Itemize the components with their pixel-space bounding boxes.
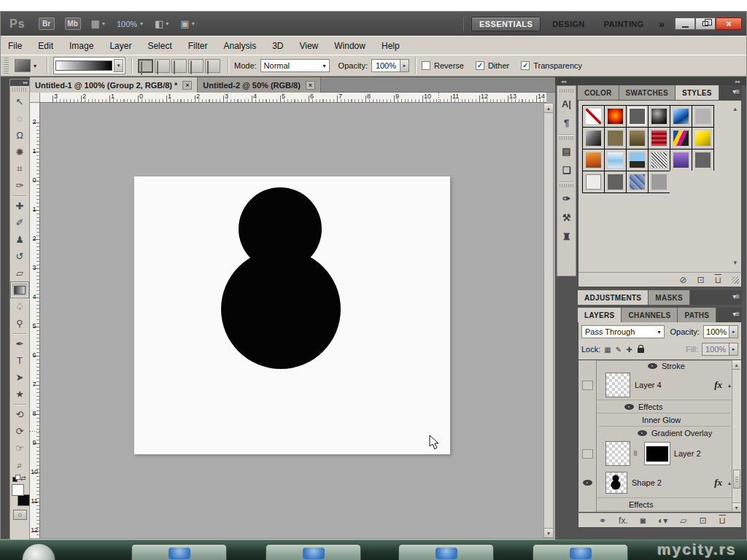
effect-name[interactable]: Gradient Overlay [651, 429, 712, 438]
elliptical-marquee-tool[interactable]: ◌ [10, 110, 29, 127]
reflected-gradient-button[interactable] [188, 59, 204, 73]
layer-name[interactable]: Shape 2 [632, 478, 662, 487]
menu-view[interactable]: View [299, 41, 318, 51]
tool-preset-icon[interactable] [15, 59, 31, 72]
delete-style-button[interactable]: ⊔ [715, 275, 721, 285]
visibility-cell[interactable] [578, 439, 596, 468]
canvas-viewport[interactable] [40, 103, 543, 538]
styles-tab-swatches[interactable]: SWATCHES [619, 85, 676, 100]
notes-panel-icon[interactable]: ▤ [557, 141, 576, 160]
style-none[interactable] [582, 105, 605, 128]
view-extras-caret-icon[interactable]: ▾ [102, 20, 105, 27]
3d-orbit-tool[interactable]: ⟳ [10, 423, 29, 440]
scroll-up-icon[interactable]: ▴ [544, 104, 553, 113]
adjustments-tab-adjustments[interactable]: ADJUSTMENTS [578, 290, 649, 305]
background-color-swatch[interactable] [18, 494, 30, 506]
effects-label[interactable]: Effects [629, 500, 653, 509]
style-landscape[interactable] [626, 149, 649, 171]
style-empty-2[interactable] [692, 171, 714, 193]
visibility-cell[interactable] [578, 497, 596, 510]
layers-tab-layers[interactable]: LAYERS [578, 308, 622, 322]
history-brush-tool[interactable]: ↺ [10, 248, 29, 265]
layer-fx-icon[interactable]: fx [714, 379, 722, 391]
layers-opacity-field[interactable]: 100% [703, 325, 730, 338]
eyedropper-tool[interactable]: ✑ [10, 177, 29, 194]
style-skyblue-gloss[interactable] [604, 149, 627, 171]
close-button[interactable]: × [716, 18, 742, 30]
reverse-checkbox-box[interactable] [422, 61, 430, 70]
new-layer-button[interactable]: ⊡ [700, 516, 707, 526]
visibility-eye-icon[interactable] [638, 513, 647, 513]
layers-scrollbar[interactable]: ▴ ▾ [732, 360, 741, 512]
styles-tab-styles[interactable]: STYLES [676, 85, 719, 100]
adjustments-panel-menu-icon[interactable]: ▾≡ [732, 292, 739, 300]
panel-resize-grip[interactable] [732, 276, 739, 284]
layer-row[interactable]: Layer 4fx▴ [578, 370, 741, 400]
layers-opacity-spinner[interactable]: ▸ [729, 325, 738, 338]
style-red-glow[interactable] [604, 105, 627, 128]
layer-row[interactable]: Inner Glow [578, 413, 741, 426]
linear-gradient-button[interactable] [138, 59, 153, 73]
workspace-painting[interactable]: PAINTING [597, 18, 651, 31]
diamond-gradient-button[interactable] [205, 59, 220, 73]
healing-brush-tool[interactable]: ✚ [10, 198, 29, 214]
document-tab-1[interactable]: Untitled-1 @ 100% (Group 2, RGB/8) *× [30, 77, 198, 93]
scroll-down-icon[interactable]: ▾ [544, 528, 553, 537]
lock-transparency-icon[interactable]: ▦ [604, 346, 611, 354]
menu-select[interactable]: Select [147, 41, 171, 51]
adjustments-tab-masks[interactable]: MASKS [649, 290, 690, 305]
magic-wand-tool[interactable]: ✺ [10, 144, 29, 160]
eraser-tool[interactable]: ▱ [10, 265, 29, 281]
blend-mode-dropdown[interactable]: Pass Through ▾ [581, 325, 665, 338]
visibility-checkbox[interactable] [582, 449, 593, 459]
custom-shape-tool[interactable]: ★ [10, 386, 29, 402]
layer-name[interactable]: Layer 4 [635, 381, 662, 389]
taskbar-button[interactable] [266, 544, 361, 560]
style-gray-selected[interactable] [626, 105, 649, 128]
lock-all-icon[interactable] [638, 348, 644, 353]
paragraph-panel-icon[interactable]: ¶ [557, 113, 576, 132]
minimize-button[interactable] [675, 18, 695, 30]
tool-preset-caret-icon[interactable]: ▾ [34, 63, 36, 69]
bridge-button[interactable]: Br [39, 18, 55, 30]
add-layer-mask-button[interactable]: ◙ [640, 516, 646, 526]
taskbar-button[interactable] [131, 544, 227, 560]
style-orange-gradient[interactable] [582, 149, 605, 171]
visibility-checkbox[interactable] [582, 381, 593, 390]
collapse-effects-icon[interactable]: ▴ [728, 382, 731, 389]
layer-style-button[interactable]: fx. [619, 516, 628, 526]
layers-scroll-down-icon[interactable]: ▾ [732, 502, 740, 512]
layer-row[interactable]: Effects [578, 400, 741, 413]
screen-mode-caret-icon[interactable]: ▾ [192, 20, 195, 27]
visibility-cell[interactable] [578, 426, 596, 439]
effect-name[interactable]: Inner Glow [642, 416, 681, 424]
effect-name[interactable]: Stroke [662, 362, 685, 370]
menu-3d[interactable]: 3D [272, 41, 283, 51]
lock-position-icon[interactable]: ✚ [626, 346, 632, 354]
style-white[interactable] [582, 171, 605, 193]
clone-stamp-tool[interactable]: ♟ [10, 231, 29, 248]
gradient-preview[interactable] [55, 61, 112, 71]
workspace-overflow-button[interactable]: » [659, 18, 665, 30]
gradient-picker[interactable]: ▾ [53, 57, 125, 74]
lock-pixels-icon[interactable]: ✎ [616, 346, 622, 354]
style-yellow-gloss[interactable] [692, 127, 714, 149]
start-button[interactable] [22, 543, 55, 560]
visibility-eye-icon[interactable] [583, 480, 592, 486]
style-denim[interactable] [626, 171, 649, 193]
fill-spinner[interactable]: ▸ [729, 343, 738, 356]
strip-grip[interactable] [560, 136, 573, 140]
visibility-cell[interactable] [578, 510, 596, 513]
style-gray-flat[interactable] [604, 171, 627, 193]
layer-mask-thumbnail[interactable] [645, 443, 670, 464]
clear-style-button[interactable]: ⊘ [680, 275, 687, 285]
mode-dropdown[interactable]: Normal ▾ [260, 59, 330, 72]
zoom-tool[interactable]: ⌕ [10, 456, 29, 473]
path-selection-tool[interactable]: ➤ [10, 369, 29, 386]
styles-scroll-down-icon[interactable]: ▾ [733, 259, 737, 266]
style-purple-gradient[interactable] [670, 149, 692, 171]
character-panel-icon[interactable]: A| [557, 94, 576, 113]
radial-gradient-button[interactable] [155, 59, 170, 73]
arrange-caret-icon[interactable]: ▾ [166, 20, 169, 27]
effects-label[interactable]: Effects [638, 402, 662, 411]
